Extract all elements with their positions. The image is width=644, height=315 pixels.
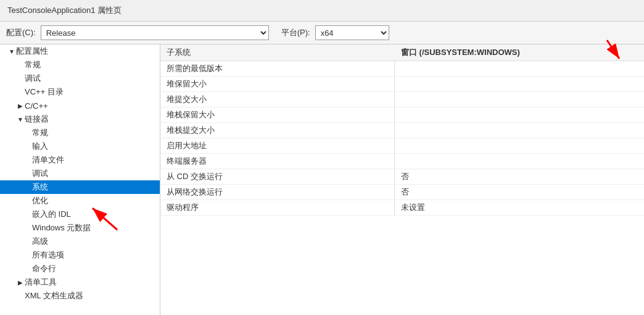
sidebar-label-linker-embedded-idl: 嵌入的 IDL: [32, 209, 71, 220]
prop-value-4: [395, 123, 644, 138]
prop-name-8: 从网络交换运行: [160, 185, 395, 200]
sidebar-label-linker-cmdline: 命令行: [32, 263, 56, 274]
prop-value-0: [395, 61, 644, 76]
sidebar-label-linker-debug: 调试: [32, 168, 48, 179]
prop-value-8: 否: [395, 185, 644, 200]
prop-value-2: [395, 92, 644, 107]
table-row[interactable]: 堆提交大小: [160, 92, 644, 107]
prop-value-7: 否: [395, 169, 644, 184]
prop-name-0: 所需的最低版本: [160, 61, 395, 76]
prop-name-7: 从 CD 交换运行: [160, 169, 395, 184]
sidebar-label-linker-manifest: 清单文件: [32, 154, 64, 166]
sidebar-item-config-props[interactable]: ▼配置属性: [0, 44, 160, 58]
platform-label: 平台(P):: [281, 27, 310, 38]
sidebar-item-general[interactable]: 常规: [0, 58, 160, 72]
sidebar-label-config-props: 配置属性: [16, 46, 48, 57]
sidebar-item-cpp[interactable]: ▶C/C++: [0, 99, 160, 112]
prop-name-3: 堆栈保留大小: [160, 107, 395, 122]
table-row[interactable]: 启用大地址: [160, 138, 644, 154]
prop-value-6: [395, 154, 644, 169]
table-row[interactable]: 终端服务器: [160, 154, 644, 169]
table-row[interactable]: 从 CD 交换运行否: [160, 169, 644, 185]
sidebar-label-cpp: C/C++: [25, 101, 48, 111]
expand-icon-config-props: ▼: [7, 48, 16, 55]
table-row[interactable]: 堆保留大小: [160, 77, 644, 92]
config-label: 配置(C):: [6, 27, 36, 38]
sidebar-item-debug[interactable]: 调试: [0, 72, 160, 85]
sidebar-label-debug: 调试: [25, 73, 41, 84]
toolbar: 配置(C): Release 平台(P): x64: [0, 22, 644, 44]
sidebar-label-linker-input: 输入: [32, 141, 48, 152]
sidebar-label-linker-advanced: 高级: [32, 236, 48, 247]
prop-name-6: 终端服务器: [160, 154, 395, 169]
sidebar-label-linker: 链接器: [25, 114, 49, 125]
title-bar: TestConsoleApplication1 属性页: [0, 0, 644, 22]
table-row[interactable]: 驱动程序未设置: [160, 200, 644, 216]
sidebar-item-linker-cmdline[interactable]: 命令行: [0, 262, 160, 275]
prop-name-9: 驱动程序: [160, 200, 395, 215]
sidebar-label-linker-system: 系统: [32, 182, 48, 193]
sidebar-item-linker-manifest[interactable]: 清单文件: [0, 153, 160, 167]
prop-name-1: 堆保留大小: [160, 77, 395, 91]
sidebar-label-linker-general: 常规: [32, 127, 48, 138]
platform-select[interactable]: x64: [315, 25, 389, 40]
table-row[interactable]: 堆栈提交大小: [160, 123, 644, 138]
sidebar: ▼配置属性常规调试VC++ 目录▶C/C++▼链接器常规输入清单文件调试系统优化…: [0, 44, 160, 315]
sidebar-item-linker-windows-meta[interactable]: Windows 元数据: [0, 221, 160, 235]
sidebar-label-linker-windows-meta: Windows 元数据: [32, 222, 91, 233]
value-header-col: 窗口 (/SUBSYSTEM:WINDOWS): [401, 47, 638, 58]
sidebar-item-xml-generator[interactable]: XML 文档生成器: [0, 289, 160, 303]
table-row[interactable]: 所需的最低版本: [160, 61, 644, 77]
prop-name-4: 堆栈提交大小: [160, 123, 395, 138]
sidebar-item-linker-embedded-idl[interactable]: 嵌入的 IDL: [0, 208, 160, 221]
sidebar-label-manifest-tool: 清单工具: [25, 277, 57, 288]
prop-header-col: 子系统: [167, 47, 401, 58]
sidebar-item-linker-optimize[interactable]: 优化: [0, 194, 160, 208]
prop-value-5: [395, 138, 644, 153]
table-row[interactable]: 从网络交换运行否: [160, 185, 644, 200]
expand-icon-linker: ▼: [16, 116, 25, 123]
sidebar-label-vc-dirs: VC++ 目录: [25, 86, 64, 98]
sidebar-label-general: 常规: [25, 59, 41, 70]
sidebar-item-manifest-tool[interactable]: ▶清单工具: [0, 275, 160, 289]
sidebar-item-linker-general[interactable]: 常规: [0, 126, 160, 140]
sidebar-item-linker-input[interactable]: 输入: [0, 140, 160, 153]
table-row[interactable]: 堆栈保留大小: [160, 107, 644, 123]
content-panel: 子系统 窗口 (/SUBSYSTEM:WINDOWS) 所需的最低版本堆保留大小…: [160, 44, 644, 315]
window-title: TestConsoleApplication1 属性页: [7, 6, 122, 15]
sidebar-label-linker-optimize: 优化: [32, 195, 48, 206]
sidebar-item-linker-all-options[interactable]: 所有选项: [0, 248, 160, 262]
sidebar-item-linker-system[interactable]: 系统: [0, 180, 160, 194]
sidebar-item-linker[interactable]: ▼链接器: [0, 112, 160, 126]
sidebar-item-linker-advanced[interactable]: 高级: [0, 235, 160, 248]
sidebar-item-linker-debug[interactable]: 调试: [0, 167, 160, 180]
content-header: 子系统 窗口 (/SUBSYSTEM:WINDOWS): [160, 44, 644, 61]
prop-value-1: [395, 77, 644, 91]
prop-value-3: [395, 107, 644, 122]
sidebar-label-xml-generator: XML 文档生成器: [25, 290, 83, 301]
main-content: ▼配置属性常规调试VC++ 目录▶C/C++▼链接器常规输入清单文件调试系统优化…: [0, 44, 644, 315]
expand-icon-cpp: ▶: [16, 103, 25, 109]
prop-name-5: 启用大地址: [160, 138, 395, 153]
sidebar-label-linker-all-options: 所有选项: [32, 250, 64, 261]
expand-icon-manifest-tool: ▶: [16, 279, 25, 286]
prop-value-9: 未设置: [395, 200, 644, 215]
sidebar-item-vc-dirs[interactable]: VC++ 目录: [0, 85, 160, 99]
app-window: TestConsoleApplication1 属性页 配置(C): Relea…: [0, 0, 644, 315]
config-select[interactable]: Release: [41, 25, 269, 40]
prop-name-2: 堆提交大小: [160, 92, 395, 107]
